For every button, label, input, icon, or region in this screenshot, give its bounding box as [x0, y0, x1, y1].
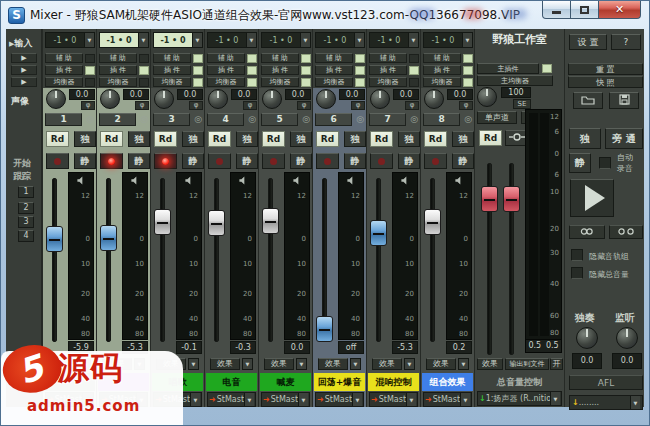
record-button[interactable]	[46, 153, 69, 169]
chevron-down-icon[interactable]: ▼	[300, 33, 310, 47]
input-select[interactable]: -1 • 0 ▼	[207, 32, 257, 48]
aux-button[interactable]: 辅 助	[45, 53, 83, 63]
master-output-select[interactable]: ↓ 1:扬声器 (R..nition ▼	[477, 391, 562, 406]
aux-indicator[interactable]	[409, 54, 419, 63]
fader-track[interactable]	[268, 178, 273, 342]
mono-button[interactable]: 单声道	[477, 111, 517, 124]
fader-handle[interactable]	[100, 225, 117, 251]
target-icon[interactable]: ◎	[300, 113, 312, 125]
output-to-file-button[interactable]: 输出到文件	[505, 358, 549, 370]
solo-button[interactable]: 独	[344, 131, 366, 147]
input-select[interactable]: -1 • 0 ▼	[261, 32, 311, 48]
group-button-3[interactable]: 3	[18, 216, 34, 228]
channel-number-button[interactable]: 3	[153, 113, 190, 126]
chevron-down-icon[interactable]: ▼	[630, 396, 640, 409]
eq-indicator[interactable]	[247, 78, 257, 87]
fader-handle[interactable]	[154, 209, 171, 235]
aux-indicator[interactable]	[301, 54, 311, 63]
target-icon[interactable]: ◎	[192, 113, 204, 125]
chevron-down-icon[interactable]: ▼	[246, 33, 256, 47]
master-on-button[interactable]: 开	[550, 358, 563, 370]
mute-button[interactable]: 静	[290, 153, 312, 169]
group-button-2[interactable]: 2	[18, 202, 34, 214]
effects-button[interactable]: 效果	[318, 358, 348, 370]
plugin-button[interactable]: 插 件	[261, 65, 299, 75]
monitor-knob[interactable]	[616, 327, 638, 349]
minimize-button[interactable]	[542, 1, 571, 19]
plugin-button[interactable]: 插 件	[153, 65, 191, 75]
mute-button[interactable]: 静	[398, 153, 420, 169]
phase-icon[interactable]: φ	[351, 101, 365, 110]
close-button[interactable]: ✕	[598, 1, 641, 19]
bypass-button[interactable]: 旁 通	[605, 128, 643, 149]
master-fader-handle-left[interactable]	[481, 186, 498, 212]
auto-record-checkbox[interactable]	[599, 157, 611, 169]
pan-knob[interactable]	[46, 89, 66, 109]
phase-icon[interactable]: φ	[135, 101, 149, 110]
plugin-indicator[interactable]	[409, 66, 419, 75]
master-eq-button[interactable]: 主均衡器	[477, 75, 553, 86]
plugin-indicator[interactable]	[355, 66, 365, 75]
rd-button[interactable]: Rd	[262, 131, 285, 147]
eq-indicator[interactable]	[409, 78, 419, 87]
record-button[interactable]	[262, 153, 285, 169]
eq-button[interactable]: 均衡器	[207, 77, 245, 87]
solo-button[interactable]: 独	[290, 131, 312, 147]
solo-button[interactable]: 独	[74, 131, 96, 147]
chevron-down-icon[interactable]: ▼	[298, 393, 308, 406]
eq-indicator[interactable]	[85, 78, 95, 87]
fader-track[interactable]	[52, 178, 57, 342]
record-button[interactable]	[424, 153, 447, 169]
channel-number-button[interactable]: 2	[99, 113, 136, 126]
rd-button[interactable]: Rd	[46, 131, 69, 147]
phase-icon[interactable]: φ	[189, 101, 203, 110]
channel-number-button[interactable]: 1	[45, 113, 82, 126]
channel-number-button[interactable]: 8	[423, 113, 460, 126]
save-button[interactable]	[609, 92, 639, 109]
input-select[interactable]: -1 • 0 ▼	[423, 32, 473, 48]
eq-button[interactable]: 均衡器	[261, 77, 299, 87]
eq-button[interactable]: 均衡器	[99, 77, 137, 87]
input-select[interactable]: -1 • 0 ▼	[45, 32, 95, 48]
master-se-button[interactable]: SE	[513, 99, 531, 109]
eq-indicator[interactable]	[355, 78, 365, 87]
group-button-1[interactable]: 1	[18, 186, 34, 198]
phase-icon[interactable]: φ	[243, 101, 257, 110]
eq-button[interactable]: 均衡器	[315, 77, 353, 87]
aux-button[interactable]: 辅 助	[261, 53, 299, 63]
aux-indicator[interactable]	[85, 54, 95, 63]
master-fader-handle-right[interactable]	[503, 186, 520, 212]
plugin-button[interactable]: 插 件	[99, 65, 137, 75]
chevron-down-icon[interactable]: ▼	[354, 33, 364, 47]
aux-indicator[interactable]	[463, 54, 473, 63]
plugin-indicator[interactable]	[85, 66, 95, 75]
chevron-down-icon[interactable]: ▼	[84, 33, 94, 47]
plugin-indicator[interactable]	[139, 66, 149, 75]
target-icon[interactable]: ◎	[246, 113, 258, 125]
play-button[interactable]	[570, 179, 614, 217]
mute-button[interactable]: 静	[182, 153, 204, 169]
master-plugin-button[interactable]: 主插件	[477, 63, 539, 74]
output-select[interactable]: ➜ StMast ▼	[315, 392, 364, 407]
chevron-down-icon[interactable]: ▼	[462, 33, 472, 47]
chevron-down-icon[interactable]: ▼	[458, 358, 469, 370]
master-rd-button[interactable]: Rd	[479, 130, 502, 146]
mute-button[interactable]: 静	[452, 153, 474, 169]
effects-button[interactable]: 效果	[264, 358, 294, 370]
rd-button[interactable]: Rd	[316, 131, 339, 147]
chevron-down-icon[interactable]: ▼	[242, 358, 253, 370]
target-icon[interactable]: ◎	[462, 113, 474, 125]
eq-button[interactable]: 均衡器	[153, 77, 191, 87]
effects-button[interactable]: 效果	[426, 358, 456, 370]
rd-button[interactable]: Rd	[424, 131, 447, 147]
solo-knob[interactable]	[576, 327, 598, 349]
fader-track[interactable]	[430, 178, 435, 342]
chevron-down-icon[interactable]: ▼	[404, 358, 415, 370]
channel-number-button[interactable]: 4	[207, 113, 244, 126]
eq-indicator[interactable]	[139, 78, 149, 87]
chevron-down-icon[interactable]: ▼	[296, 358, 307, 370]
eq-button[interactable]: 均衡器	[423, 77, 461, 87]
aux-button[interactable]: 辅 助	[423, 53, 461, 63]
fader-handle[interactable]	[424, 209, 441, 235]
master-knob[interactable]	[477, 87, 497, 107]
